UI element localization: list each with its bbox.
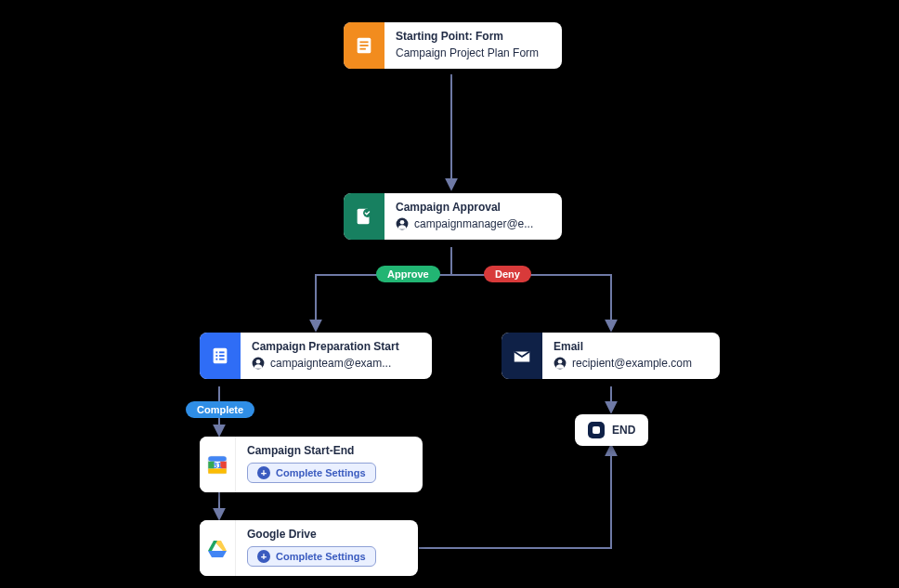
node-end[interactable]: END [575,414,648,446]
node-title: Campaign Start-End [247,444,411,457]
checklist-icon [200,333,241,379]
drive-icon [200,520,236,576]
form-icon [344,22,384,69]
svg-text:31: 31 [213,461,222,470]
plus-icon: + [257,466,270,479]
svg-marker-26 [208,541,217,551]
calendar-icon: 31 [200,437,236,492]
svg-point-16 [256,359,261,364]
svg-rect-11 [215,355,217,357]
svg-rect-13 [215,359,217,360]
connectors [0,0,899,588]
svg-point-18 [558,359,563,364]
user-icon [252,357,265,370]
node-subtitle: recipient@example.com [554,357,709,370]
node-calendar[interactable]: 31 Campaign Start-End +Complete Settings [200,437,423,492]
node-subtitle: campaignmanager@e... [396,217,551,230]
node-start[interactable]: Starting Point: Form Campaign Project Pl… [344,22,562,69]
node-title: Campaign Approval [396,201,551,214]
user-icon [554,357,567,370]
workflow-canvas: Starting Point: Form Campaign Project Pl… [0,0,899,588]
node-approval[interactable]: Campaign Approval campaignmanager@e... [344,193,562,240]
pill-deny: Deny [484,266,531,282]
svg-rect-10 [219,351,225,353]
node-title: Campaign Preparation Start [252,340,421,353]
email-icon [502,333,542,379]
svg-point-7 [400,220,405,225]
user-icon [396,217,409,230]
node-email[interactable]: Email recipient@example.com [502,333,720,379]
pill-approve: Approve [376,266,440,282]
svg-rect-1 [359,41,368,43]
svg-rect-9 [215,351,217,353]
svg-rect-14 [219,359,225,360]
end-label: END [612,424,635,437]
pill-complete: Complete [186,401,254,418]
node-drive[interactable]: Google Drive +Complete Settings [200,520,418,576]
node-title: Google Drive [247,528,407,541]
svg-rect-3 [359,48,365,50]
node-preparation[interactable]: Campaign Preparation Start campaignteam@… [200,333,432,379]
node-subtitle: campaignteam@exam... [252,357,421,370]
node-title: Email [554,340,709,353]
complete-settings-button[interactable]: +Complete Settings [247,546,376,567]
plus-icon: + [257,550,270,563]
svg-rect-2 [359,45,368,46]
approval-icon [344,193,384,240]
svg-rect-12 [219,355,225,357]
complete-settings-button[interactable]: +Complete Settings [247,463,376,483]
node-subtitle: Campaign Project Plan Form [396,46,551,59]
stop-icon [588,422,605,438]
node-title: Starting Point: Form [396,30,551,43]
